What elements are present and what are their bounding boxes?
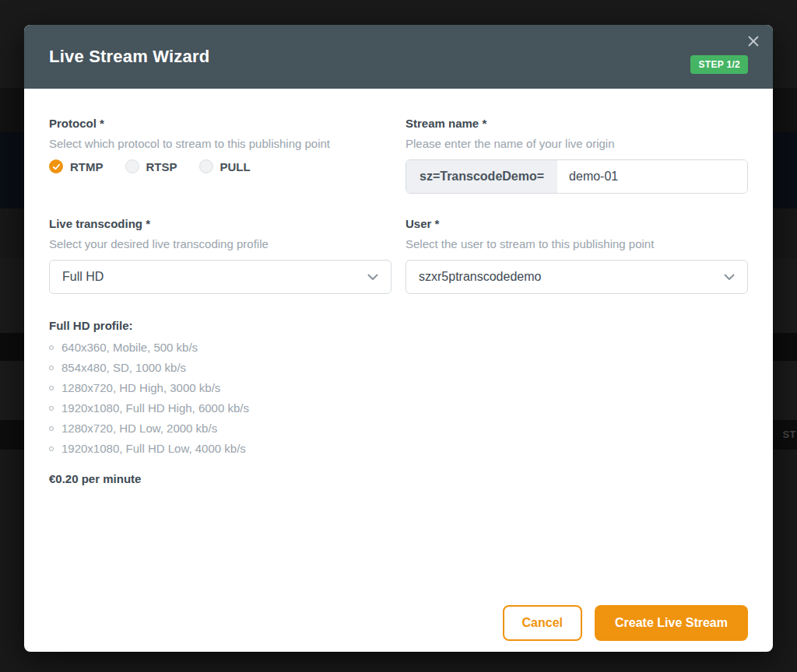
- stream-name-prefix: sz=TranscodeDemo=: [406, 160, 557, 193]
- live-transcoding-selected-value: Full HD: [62, 270, 104, 284]
- dialog-title: Live Stream Wizard: [49, 47, 209, 67]
- profile-list-item: 1280x720, HD High, 3000 kb/s: [49, 381, 748, 394]
- stream-name-input[interactable]: [557, 160, 747, 193]
- form-row-1: Protocol * Select which protocol to stre…: [49, 117, 748, 194]
- close-button[interactable]: [745, 33, 762, 50]
- profile-details: Full HD profile: 640x360, Mobile, 500 kb…: [49, 319, 748, 485]
- profile-item-text: 1920x1080, Full HD High, 6000 kb/s: [61, 401, 249, 415]
- bullet-icon: [49, 366, 54, 370]
- dialog-body: Protocol * Select which protocol to stre…: [24, 89, 773, 485]
- protocol-label: Protocol *: [49, 117, 391, 130]
- profile-list-item: 1920x1080, Full HD High, 6000 kb/s: [49, 401, 748, 415]
- protocol-radio-group: RTMP RTSP PULL: [49, 159, 391, 173]
- form-row-2: Live transcoding * Select your desired l…: [49, 217, 748, 294]
- create-live-stream-button[interactable]: Create Live Stream: [595, 605, 748, 641]
- radio-option-rtmp[interactable]: RTMP: [49, 159, 104, 173]
- user-label: User *: [406, 217, 748, 230]
- live-transcoding-description: Select your desired live transcoding pro…: [49, 237, 391, 250]
- stream-name-field: Stream name * Please enter the name of y…: [406, 117, 748, 194]
- cancel-button[interactable]: Cancel: [503, 605, 582, 641]
- profile-list-item: 1280x720, HD Low, 2000 kb/s: [49, 422, 748, 435]
- profile-list-item: 1920x1080, Full HD Low, 4000 kb/s: [49, 442, 748, 455]
- profile-item-text: 854x480, SD, 1000 kb/s: [61, 361, 186, 374]
- user-field: User * Select the user to stream to this…: [406, 217, 748, 294]
- bullet-icon: [49, 406, 54, 411]
- stream-name-label: Stream name *: [406, 117, 748, 130]
- profile-item-text: 640x360, Mobile, 500 kb/s: [61, 341, 198, 354]
- profile-list: 640x360, Mobile, 500 kb/s 854x480, SD, 1…: [49, 341, 748, 455]
- live-transcoding-field: Live transcoding * Select your desired l…: [49, 217, 391, 294]
- bullet-icon: [49, 386, 54, 390]
- radio-option-rtsp[interactable]: RTSP: [125, 159, 177, 173]
- protocol-description: Select which protocol to stream to this …: [49, 137, 391, 150]
- radio-label-rtmp: RTMP: [70, 160, 104, 173]
- check-icon: [52, 163, 61, 171]
- radio-unchecked-icon: [125, 159, 139, 173]
- live-stream-wizard-dialog: Live Stream Wizard STEP 1/2 Protocol * S…: [24, 25, 773, 652]
- radio-label-rtsp: RTSP: [146, 160, 177, 173]
- profile-list-item: 854x480, SD, 1000 kb/s: [49, 361, 748, 374]
- step-badge: STEP 1/2: [690, 55, 748, 74]
- user-selected-value: szxr5ptranscodedemo: [419, 270, 541, 284]
- profile-item-text: 1920x1080, Full HD Low, 4000 kb/s: [61, 442, 246, 455]
- radio-label-pull: PULL: [220, 160, 251, 173]
- live-transcoding-select[interactable]: Full HD: [49, 260, 391, 294]
- profile-list-item: 640x360, Mobile, 500 kb/s: [49, 341, 748, 354]
- stream-name-input-group: sz=TranscodeDemo=: [406, 159, 748, 194]
- bullet-icon: [49, 426, 54, 431]
- chevron-down-icon: [724, 274, 735, 281]
- live-transcoding-label: Live transcoding *: [49, 217, 391, 230]
- protocol-field: Protocol * Select which protocol to stre…: [49, 117, 391, 194]
- radio-checked-icon: [49, 159, 63, 173]
- close-icon: [747, 35, 760, 47]
- chevron-down-icon: [367, 274, 378, 281]
- bullet-icon: [49, 446, 54, 451]
- profile-item-text: 1280x720, HD High, 3000 kb/s: [61, 381, 220, 394]
- dialog-footer: Cancel Create Live Stream: [503, 605, 748, 641]
- price-per-minute: €0.20 per minute: [49, 472, 748, 485]
- dialog-header: Live Stream Wizard STEP 1/2: [24, 25, 773, 89]
- user-select[interactable]: szxr5ptranscodedemo: [406, 260, 748, 294]
- user-description: Select the user to stream to this publis…: [406, 237, 748, 250]
- profile-item-text: 1280x720, HD Low, 2000 kb/s: [61, 422, 217, 435]
- radio-unchecked-icon: [199, 159, 213, 173]
- radio-option-pull[interactable]: PULL: [199, 159, 251, 173]
- stream-name-description: Please enter the name of your live origi…: [406, 137, 748, 150]
- profile-heading: Full HD profile:: [49, 319, 748, 332]
- bullet-icon: [49, 345, 54, 350]
